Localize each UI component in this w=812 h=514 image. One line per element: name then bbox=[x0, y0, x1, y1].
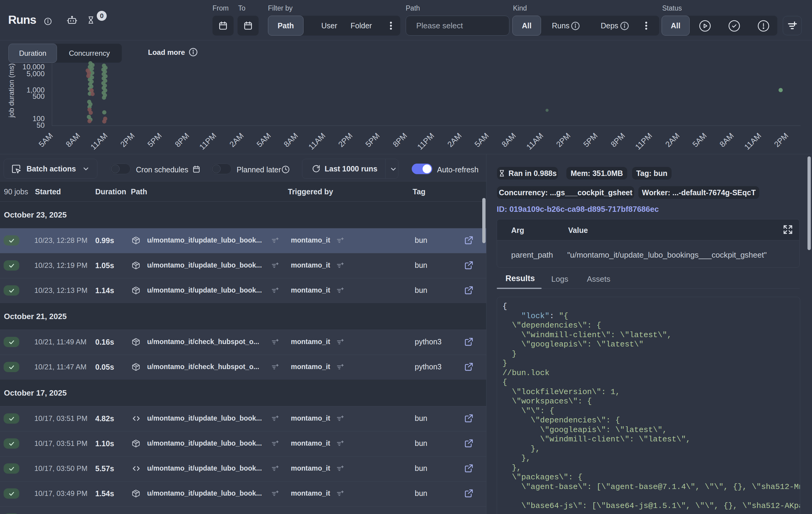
svg-text:5AM: 5AM bbox=[473, 131, 490, 149]
svg-text:11PM: 11PM bbox=[197, 131, 218, 152]
svg-text:11AM: 11AM bbox=[89, 131, 109, 152]
svg-text:5PM: 5PM bbox=[364, 131, 381, 149]
svg-text:8AM: 8AM bbox=[282, 131, 299, 149]
svg-text:2PM: 2PM bbox=[118, 131, 136, 149]
svg-text:2AM: 2AM bbox=[445, 131, 463, 149]
svg-text:11PM: 11PM bbox=[415, 131, 436, 152]
svg-text:5AM: 5AM bbox=[255, 131, 272, 149]
svg-text:11AM: 11AM bbox=[307, 131, 327, 152]
svg-text:11AM: 11AM bbox=[524, 131, 545, 152]
svg-text:50: 50 bbox=[36, 121, 45, 129]
svg-text:8PM: 8PM bbox=[391, 131, 409, 149]
svg-text:5AM: 5AM bbox=[691, 131, 708, 149]
svg-text:2PM: 2PM bbox=[337, 131, 354, 149]
svg-text:8PM: 8PM bbox=[609, 131, 627, 149]
svg-text:2PM: 2PM bbox=[554, 131, 572, 149]
svg-text:5,000: 5,000 bbox=[27, 69, 45, 78]
svg-text:2AM: 2AM bbox=[228, 131, 245, 149]
svg-text:5AM: 5AM bbox=[37, 131, 55, 149]
svg-text:11PM: 11PM bbox=[633, 131, 654, 152]
svg-text:5PM: 5PM bbox=[146, 131, 163, 149]
svg-text:2PM: 2PM bbox=[772, 131, 790, 149]
svg-text:2AM: 2AM bbox=[663, 131, 681, 149]
svg-text:500: 500 bbox=[33, 92, 45, 100]
svg-text:job duration (ms): job duration (ms) bbox=[7, 63, 16, 118]
svg-text:11AM: 11AM bbox=[743, 131, 763, 152]
svg-text:5PM: 5PM bbox=[581, 131, 599, 149]
svg-text:8AM: 8AM bbox=[718, 131, 735, 149]
svg-text:8AM: 8AM bbox=[64, 131, 82, 149]
svg-text:8PM: 8PM bbox=[173, 131, 191, 149]
svg-text:8AM: 8AM bbox=[500, 131, 518, 149]
